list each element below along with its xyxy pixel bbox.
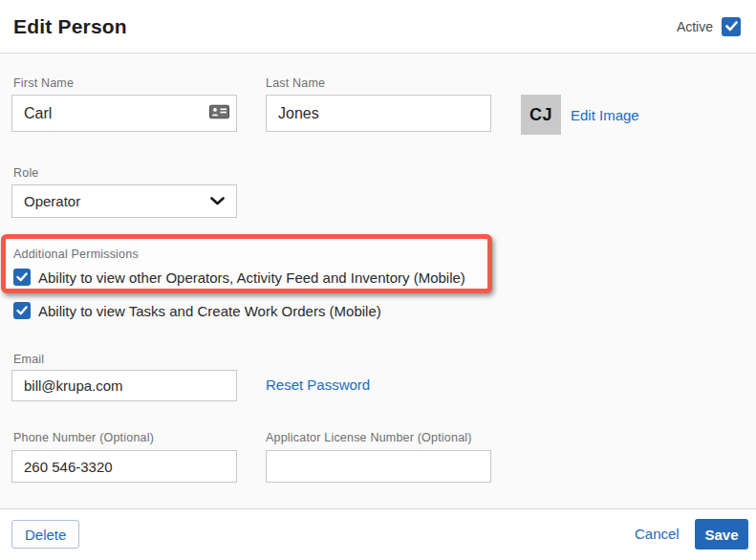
permission-checkbox-view-operators[interactable] — [13, 269, 31, 286]
phone-field-wrap — [11, 450, 237, 483]
contact-autofill-icon[interactable] — [209, 104, 229, 122]
dialog-header: Edit Person Active — [0, 0, 756, 54]
edit-person-dialog: Edit Person Active First Name Last Name — [0, 0, 756, 560]
page-title: Edit Person — [13, 15, 127, 38]
email-label: Email — [13, 353, 44, 366]
last-name-field-wrap — [266, 95, 491, 132]
first-name-label: First Name — [13, 76, 74, 90]
active-checkbox[interactable] — [722, 17, 741, 36]
phone-label: Phone Number (Optional) — [13, 431, 154, 444]
reset-password-link[interactable]: Reset Password — [266, 377, 370, 393]
first-name-field-wrap — [11, 95, 237, 132]
permission-row-view-operators: Ability to view other Operators, Activit… — [13, 269, 465, 286]
applicator-license-field-wrap — [266, 450, 491, 483]
permission-label: Ability to view other Operators, Activit… — [38, 269, 465, 286]
email-field-wrap — [11, 370, 237, 401]
last-name-label: Last Name — [266, 76, 325, 90]
chevron-down-icon — [210, 197, 225, 205]
permission-row-view-tasks: Ability to view Tasks and Create Work Or… — [13, 302, 381, 319]
applicator-license-label: Applicator License Number (Optional) — [266, 431, 472, 444]
permission-checkbox-view-tasks[interactable] — [13, 302, 31, 319]
cancel-button[interactable]: Cancel — [635, 526, 680, 542]
email-input[interactable] — [11, 370, 237, 401]
last-name-input[interactable] — [266, 95, 491, 132]
save-button[interactable]: Save — [695, 519, 748, 549]
checkmark-icon — [16, 272, 28, 282]
edit-image-link[interactable]: Edit Image — [571, 107, 639, 123]
phone-input[interactable] — [11, 450, 237, 483]
checkmark-icon — [725, 21, 738, 32]
first-name-input[interactable] — [11, 95, 237, 132]
role-select[interactable]: Operator — [11, 184, 237, 218]
permission-label: Ability to view Tasks and Create Work Or… — [38, 303, 381, 319]
role-selected-value: Operator — [24, 193, 80, 209]
active-toggle-group: Active — [677, 17, 741, 36]
avatar: CJ — [521, 95, 561, 135]
applicator-license-input[interactable] — [266, 450, 491, 483]
permissions-label: Additional Permissions — [13, 248, 139, 261]
delete-button[interactable]: Delete — [11, 520, 79, 549]
active-label: Active — [677, 19, 713, 34]
checkmark-icon — [16, 306, 28, 315]
role-label: Role — [13, 166, 39, 180]
